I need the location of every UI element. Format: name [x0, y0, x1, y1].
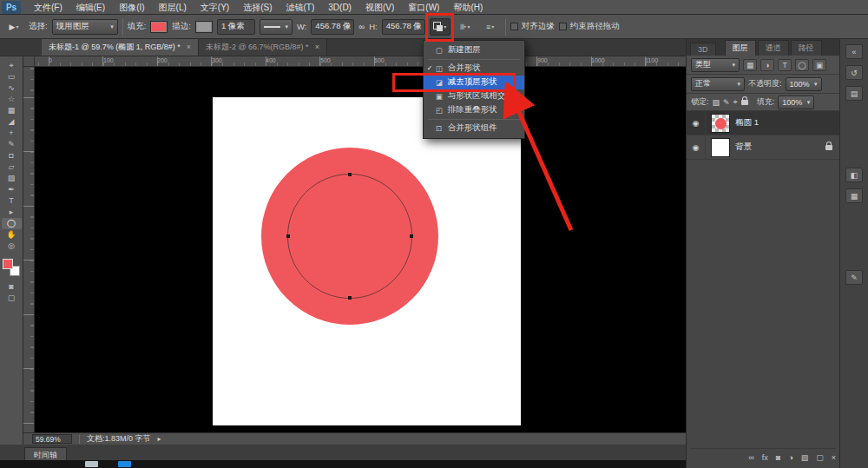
lock-transparency-icon[interactable]: ▨	[713, 98, 720, 107]
filter-pixel-layers-icon[interactable]: ▦	[743, 59, 757, 71]
menu-item-subtract-front-shape[interactable]: ◪ 减去顶层形状	[424, 76, 524, 89]
menu-3d[interactable]: 3D(D)	[322, 0, 358, 15]
tool-preset-button[interactable]: ▶ ▾	[3, 18, 24, 36]
color-panel-icon[interactable]: ◧	[845, 168, 863, 182]
tab-layers[interactable]: 图层	[725, 40, 756, 56]
tab-paths[interactable]: 路径	[791, 40, 822, 56]
layer-style-icon[interactable]: fx	[762, 453, 768, 462]
layer-thumbnail[interactable]	[711, 138, 730, 157]
lock-position-icon[interactable]: ⌖	[733, 97, 738, 107]
layer-row-background[interactable]: 背景	[687, 135, 839, 160]
stroke-color-swatch[interactable]	[195, 21, 213, 33]
path-anchor-top[interactable]	[348, 173, 352, 176]
history-panel-icon[interactable]: ↺	[845, 65, 863, 80]
fill-dropdown[interactable]: 100%	[778, 96, 814, 109]
hand-tool[interactable]: ✋	[2, 229, 22, 241]
swatches-panel-icon[interactable]: ▦	[845, 188, 863, 203]
layer-row-ellipse-1[interactable]: 椭圆 1	[687, 111, 839, 135]
new-layer-icon[interactable]: ▢	[816, 453, 824, 462]
zoom-level-field[interactable]: 59.69%	[32, 434, 72, 444]
tab-3d[interactable]: 3D	[690, 43, 716, 56]
path-arrangement-button[interactable]: ≡▾	[480, 18, 501, 36]
properties-panel-icon[interactable]: ▤	[845, 86, 863, 101]
healing-brush-tool[interactable]: +	[2, 128, 22, 139]
adjustment-layer-icon[interactable]: ◑	[788, 453, 792, 462]
brushes-panel-icon[interactable]: ✎	[845, 270, 863, 285]
close-icon[interactable]: ×	[187, 43, 191, 51]
menu-item-exclude-overlapping-shapes[interactable]: ◰ 排除重叠形状	[424, 103, 524, 117]
stroke-style-dropdown[interactable]	[260, 19, 293, 35]
menu-edit[interactable]: 编辑(E)	[70, 0, 111, 15]
document-tab-2[interactable]: 未标题-2 @ 66.7%(RGB/8#) * ×	[199, 38, 327, 56]
screen-mode-button[interactable]: ▢	[2, 293, 22, 304]
close-icon[interactable]: ×	[315, 43, 319, 51]
canvas-viewport[interactable]	[35, 67, 686, 432]
menu-item-new-layer[interactable]: ▢ 新建图层	[424, 43, 524, 57]
align-edges-checkbox[interactable]: 对齐边缘	[510, 21, 555, 32]
visibility-toggle[interactable]	[687, 135, 706, 159]
type-tool[interactable]: T	[2, 195, 22, 207]
crop-tool[interactable]: ▦	[2, 105, 22, 116]
move-tool[interactable]: ⌖	[2, 60, 22, 71]
path-anchor-bottom[interactable]	[348, 296, 352, 300]
eraser-tool[interactable]: ▱	[2, 161, 22, 173]
path-selection-tool[interactable]: ▸	[2, 207, 22, 218]
lock-pixels-icon[interactable]: ✎	[723, 98, 730, 107]
clone-stamp-tool[interactable]: ◘	[2, 150, 22, 161]
menu-item-combine-shapes[interactable]: ✓ ◫ 合并形状	[424, 62, 524, 76]
menu-help[interactable]: 帮助(H)	[447, 0, 489, 15]
menu-type[interactable]: 文字(Y)	[194, 0, 235, 15]
path-alignment-button[interactable]: ⊪▾	[455, 18, 476, 36]
opacity-dropdown[interactable]: 100%	[786, 77, 822, 91]
gradient-tool[interactable]: ▨	[2, 173, 22, 184]
add-layer-mask-icon[interactable]: ◙	[776, 453, 780, 462]
menu-image[interactable]: 图像(I)	[113, 0, 150, 15]
new-group-icon[interactable]: ▧	[801, 453, 809, 462]
blend-mode-dropdown[interactable]: 正常	[691, 77, 745, 91]
menu-item-merge-shape-components[interactable]: ⊡ 合并形状组件	[424, 122, 524, 135]
constrain-path-drag-checkbox[interactable]: 约束路径拖动	[559, 21, 620, 32]
lasso-tool[interactable]: ∿	[2, 82, 22, 94]
shape-tool[interactable]: ◯	[2, 218, 22, 229]
menu-window[interactable]: 窗口(W)	[402, 0, 445, 15]
marquee-tool[interactable]: ▭	[2, 71, 22, 82]
foreground-color-swatch[interactable]	[3, 259, 13, 269]
height-field[interactable]: 456.78 像	[382, 19, 425, 35]
quick-selection-tool[interactable]: ☆	[2, 94, 22, 105]
zoom-tool[interactable]: ◎	[2, 241, 22, 252]
path-anchor-right[interactable]	[410, 234, 413, 238]
lock-all-icon[interactable]	[741, 100, 748, 105]
collapse-panels-icon[interactable]: «	[845, 44, 863, 59]
filter-adjustment-layers-icon[interactable]: ◑	[760, 59, 774, 71]
taskbar-app-icon[interactable]	[118, 461, 131, 467]
width-field[interactable]: 456.78 像	[311, 19, 354, 35]
filter-type-layers-icon[interactable]: T	[778, 59, 792, 71]
status-menu-arrow-icon[interactable]: ▸	[158, 435, 161, 443]
pen-tool[interactable]: ✒	[2, 184, 22, 195]
menu-view[interactable]: 视图(V)	[359, 0, 400, 15]
taskbar-app-icon[interactable]	[85, 461, 98, 467]
link-layers-icon[interactable]: ∞	[748, 453, 753, 462]
visibility-toggle[interactable]	[687, 111, 706, 135]
brush-tool[interactable]: ✎	[2, 139, 22, 150]
filter-smart-objects-icon[interactable]: ▣	[812, 59, 826, 71]
stroke-width-field[interactable]: 1 像素	[217, 19, 255, 35]
menu-file[interactable]: 文件(F)	[28, 0, 69, 15]
fill-color-swatch[interactable]	[150, 21, 168, 33]
link-dimensions-icon[interactable]: ∞	[358, 22, 365, 31]
filter-type-dropdown[interactable]: 类型	[691, 58, 740, 72]
layer-thumbnail[interactable]	[711, 114, 730, 133]
document-tab-1[interactable]: 未标题-1 @ 59.7% (椭圆 1, RGB/8#) * ×	[42, 38, 199, 56]
select-mode-dropdown[interactable]: 现用图层	[52, 19, 118, 35]
path-anchor-left[interactable]	[286, 234, 290, 238]
quick-mask-button[interactable]: ◙	[2, 281, 22, 293]
tab-channels[interactable]: 通道	[758, 40, 789, 56]
menu-select[interactable]: 选择(S)	[237, 0, 278, 15]
menu-layer[interactable]: 图层(L)	[153, 0, 193, 15]
path-operations-button[interactable]: ▾	[430, 18, 450, 36]
filter-shape-layers-icon[interactable]: ◯	[795, 59, 809, 71]
menu-filter[interactable]: 滤镜(T)	[280, 0, 321, 15]
eyedropper-tool[interactable]: ◢	[2, 116, 22, 128]
menu-item-intersect-shape-areas[interactable]: ▣ 与形状区域相交	[424, 89, 524, 103]
delete-layer-icon[interactable]: ×	[832, 453, 836, 462]
